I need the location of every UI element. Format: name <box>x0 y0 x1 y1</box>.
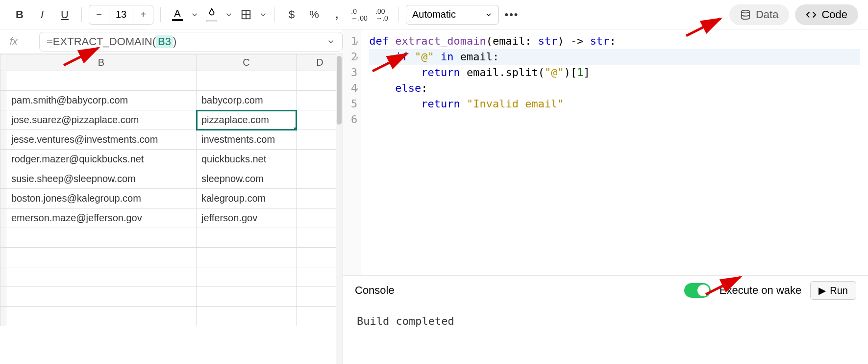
console-output: Build completed <box>343 305 868 364</box>
row-header[interactable] <box>0 208 6 228</box>
cell[interactable] <box>197 287 297 307</box>
col-header-B[interactable]: B <box>6 54 197 71</box>
fold-icon[interactable]: v <box>355 50 358 66</box>
row-header[interactable] <box>0 91 6 110</box>
separator <box>81 7 82 22</box>
font-size-stepper: − 13 + <box>89 5 153 25</box>
formula-bar: fx =EXTRACT_DOMAIN(B3) <box>0 29 343 54</box>
cell[interactable] <box>6 248 197 267</box>
text-color-dropdown[interactable] <box>190 9 199 20</box>
corner-cell[interactable] <box>0 54 6 71</box>
number-format-select[interactable]: Automatic <box>406 5 499 25</box>
cell[interactable] <box>6 287 197 307</box>
fx-icon: fx <box>10 36 39 47</box>
formula-input[interactable]: =EXTRACT_DOMAIN(B3) <box>39 32 343 52</box>
execute-on-wake-toggle[interactable] <box>684 283 711 298</box>
code-line[interactable]: return "Invalid email" <box>369 96 860 112</box>
cell[interactable]: sleepnow.com <box>197 169 297 189</box>
cell[interactable]: jose.suarez@pizzaplace.com <box>6 110 197 130</box>
row-header[interactable] <box>0 130 6 150</box>
line-number[interactable]: 4v <box>351 80 357 96</box>
separator <box>274 7 275 22</box>
fold-icon[interactable]: v <box>355 34 358 50</box>
cell[interactable] <box>6 228 197 248</box>
row-header[interactable] <box>0 169 6 189</box>
borders-button[interactable] <box>236 5 256 25</box>
console-title: Console <box>355 284 395 297</box>
cell[interactable]: pizzaplace.com <box>197 110 297 130</box>
console-bar: Console Execute on wake ▶ Run <box>343 276 868 305</box>
currency-button[interactable]: $ <box>282 5 301 25</box>
cell[interactable]: jesse.ventures@investments.com <box>6 130 197 150</box>
vertical-scrollbar[interactable] <box>336 54 343 364</box>
percent-button[interactable]: % <box>304 5 324 25</box>
code-tab[interactable]: Code <box>795 4 858 25</box>
cell[interactable]: boston.jones@kalegroup.com <box>6 189 197 208</box>
cell[interactable]: emerson.maze@jefferson.gov <box>6 208 197 228</box>
code-line[interactable]: return email.split("@")[1] <box>369 65 860 80</box>
cell[interactable]: investments.com <box>197 130 297 150</box>
row-header[interactable] <box>0 110 6 130</box>
cell[interactable]: babycorp.com <box>197 91 297 110</box>
separator <box>398 7 399 22</box>
cell[interactable]: quickbucks.net <box>197 150 297 169</box>
row-header[interactable] <box>0 189 6 208</box>
run-button[interactable]: ▶ Run <box>810 281 856 300</box>
line-number[interactable]: 5 <box>351 96 357 112</box>
row-header[interactable] <box>0 71 6 91</box>
cell[interactable] <box>197 228 297 248</box>
font-size-value[interactable]: 13 <box>109 5 133 24</box>
separator <box>160 7 161 22</box>
text-color-button[interactable]: A <box>168 5 187 25</box>
cell[interactable]: jefferson.gov <box>197 208 297 228</box>
play-icon: ▶ <box>818 285 826 296</box>
cell[interactable] <box>197 71 297 91</box>
formula-expand-icon[interactable] <box>326 37 335 46</box>
col-header-C[interactable]: C <box>197 54 297 71</box>
code-line[interactable]: else: <box>369 80 860 96</box>
scrollbar-thumb[interactable] <box>337 56 342 125</box>
underline-button[interactable]: U <box>55 5 74 25</box>
row-header[interactable] <box>0 267 6 287</box>
comma-button[interactable]: , <box>327 5 347 25</box>
cell[interactable] <box>6 307 197 326</box>
row-header[interactable] <box>0 307 6 326</box>
cell[interactable] <box>6 71 197 91</box>
cell[interactable]: kalegroup.com <box>197 189 297 208</box>
number-format-label: Automatic <box>412 9 456 20</box>
line-number[interactable]: 1v <box>351 33 357 49</box>
increase-decimal-button[interactable]: .00→.0 <box>372 5 392 25</box>
code-editor[interactable]: 1v2v34v56 def extract_domain(email: str)… <box>343 29 868 276</box>
code-line[interactable]: def extract_domain(email: str) -> str: <box>369 33 860 49</box>
cell[interactable] <box>197 248 297 267</box>
line-number[interactable]: 2v <box>351 49 357 65</box>
code-line[interactable]: if "@" in email: <box>369 49 860 65</box>
cell[interactable]: rodger.mazer@quickbucks.net <box>6 150 197 169</box>
row-header[interactable] <box>0 248 6 267</box>
row-header[interactable] <box>0 150 6 169</box>
fold-icon[interactable]: v <box>355 81 358 97</box>
more-button[interactable]: ••• <box>502 5 521 25</box>
data-tab[interactable]: Data <box>729 4 789 25</box>
bold-button[interactable]: B <box>10 5 29 25</box>
borders-dropdown[interactable] <box>259 9 268 20</box>
line-number[interactable]: 6 <box>351 112 357 128</box>
cell[interactable] <box>197 267 297 287</box>
spreadsheet-grid[interactable]: B C D pam.smith@babycorp.combabycorp.com… <box>0 54 343 364</box>
cell[interactable] <box>6 267 197 287</box>
font-size-increase[interactable]: + <box>133 5 153 24</box>
code-line[interactable] <box>369 112 860 128</box>
cell[interactable]: pam.smith@babycorp.com <box>6 91 197 110</box>
italic-button[interactable]: I <box>32 5 52 25</box>
row-header[interactable] <box>0 287 6 307</box>
fill-color-dropdown[interactable] <box>224 9 233 20</box>
font-size-decrease[interactable]: − <box>89 5 109 24</box>
formula-ref: B3 <box>156 35 173 48</box>
cell[interactable] <box>197 307 297 326</box>
fill-color-button[interactable] <box>202 5 222 25</box>
cell[interactable]: susie.sheep@sleepnow.com <box>6 169 197 189</box>
line-number[interactable]: 3 <box>351 65 357 80</box>
row-header[interactable] <box>0 228 6 248</box>
toolbar: B I U − 13 + A $ % , .0←.00 .00→.0 Autom… <box>0 0 868 29</box>
decrease-decimal-button[interactable]: .0←.00 <box>349 5 369 25</box>
